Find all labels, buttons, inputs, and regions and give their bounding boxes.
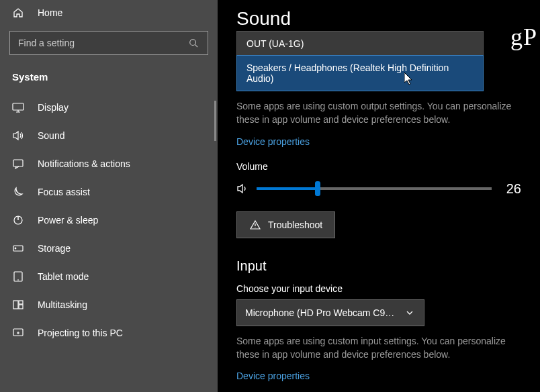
home-icon: [12, 7, 24, 19]
sidebar-item-label: Display: [38, 102, 69, 113]
volume-label: Volume: [236, 161, 521, 172]
output-device-dropdown[interactable]: OUT (UA-1G) Speakers / Headphones (Realt…: [236, 31, 484, 91]
sound-icon: [12, 130, 24, 142]
input-heading: Input: [236, 258, 521, 274]
home-label: Home: [38, 7, 62, 18]
svg-point-0: [190, 40, 196, 46]
main-content: Sound OUT (UA-1G) Speakers / Headphones …: [218, 0, 540, 392]
sidebar-item-label: Projecting to this PC: [38, 328, 123, 338]
display-icon: [12, 101, 24, 113]
volume-slider[interactable]: [257, 187, 492, 190]
sidebar-item-display[interactable]: Display: [0, 93, 218, 121]
sidebar-item-label: Tablet mode: [38, 271, 89, 282]
storage-icon: [12, 242, 24, 254]
sidebar-item-storage[interactable]: Storage: [0, 234, 218, 262]
dropdown-option-highlighted[interactable]: Speakers / Headphones (Realtek High Defi…: [236, 55, 484, 91]
troubleshoot-button[interactable]: Troubleshoot: [236, 211, 335, 238]
search-input-container[interactable]: [9, 31, 208, 55]
svg-rect-8: [19, 301, 23, 304]
multitasking-icon: [12, 299, 24, 311]
sidebar-item-power-sleep[interactable]: Power & sleep: [0, 206, 218, 234]
device-properties-link-input[interactable]: Device properties: [236, 371, 310, 381]
settings-window: Home System Display Sound Notifica: [0, 0, 540, 392]
sidebar-item-label: Focus assist: [38, 187, 90, 197]
input-device-select[interactable]: Microphone (HD Pro Webcam C9…: [236, 299, 424, 326]
sidebar-item-sound[interactable]: Sound: [0, 121, 218, 150]
search-icon: [187, 37, 199, 49]
input-selected-value: Microphone (HD Pro Webcam C9…: [245, 307, 394, 318]
svg-rect-9: [19, 305, 23, 309]
sidebar-item-label: Multitasking: [38, 299, 87, 310]
sidebar-scrollbar[interactable]: [214, 101, 216, 141]
projecting-icon: [12, 327, 24, 339]
device-properties-link[interactable]: Device properties: [236, 136, 310, 147]
troubleshoot-label: Troubleshoot: [268, 219, 322, 230]
sidebar: Home System Display Sound Notifica: [0, 0, 218, 392]
volume-value: 26: [500, 181, 521, 197]
svg-point-5: [15, 248, 16, 249]
svg-rect-1: [13, 103, 24, 110]
focus-icon: [12, 186, 24, 198]
sidebar-section-title: System: [0, 66, 218, 93]
svg-rect-7: [13, 301, 18, 309]
sidebar-item-notifications[interactable]: Notifications & actions: [0, 150, 218, 178]
volume-control: 26: [236, 181, 521, 197]
slider-thumb[interactable]: [315, 181, 320, 196]
dropdown-option[interactable]: OUT (UA-1G): [237, 32, 483, 56]
notifications-icon: [12, 158, 24, 170]
sidebar-item-label: Power & sleep: [38, 215, 98, 226]
sidebar-item-label: Sound: [38, 130, 64, 141]
warning-icon: [249, 219, 261, 231]
speaker-icon[interactable]: [236, 183, 249, 195]
sidebar-item-label: Notifications & actions: [38, 158, 130, 169]
search-input[interactable]: [18, 38, 187, 48]
power-icon: [12, 214, 24, 226]
sidebar-item-label: Storage: [38, 243, 71, 254]
input-device-label: Choose your input device: [236, 283, 521, 294]
page-title: Sound: [236, 8, 521, 30]
chevron-down-icon: [404, 307, 416, 319]
sidebar-item-multitasking[interactable]: Multitasking: [0, 291, 218, 319]
sidebar-item-focus-assist[interactable]: Focus assist: [0, 178, 218, 206]
home-link[interactable]: Home: [0, 0, 218, 26]
sidebar-item-projecting[interactable]: Projecting to this PC: [0, 319, 218, 347]
output-helper-text: Some apps are using custom output settin…: [236, 99, 519, 127]
input-helper-text: Some apps are using custom input setting…: [236, 334, 519, 362]
slider-fill: [257, 187, 318, 190]
svg-rect-2: [13, 160, 23, 166]
tablet-icon: [12, 271, 24, 283]
sidebar-item-tablet-mode[interactable]: Tablet mode: [0, 262, 218, 291]
